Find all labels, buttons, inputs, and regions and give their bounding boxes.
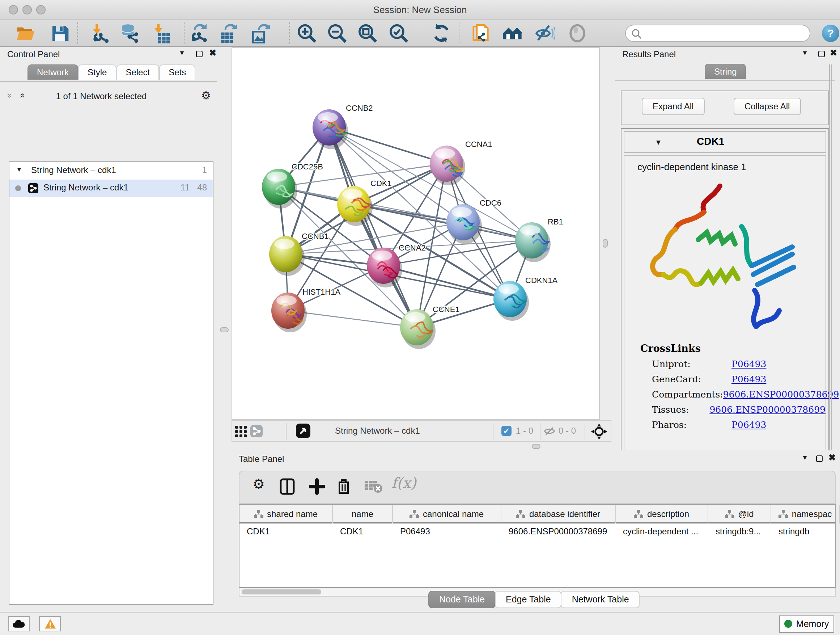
close-panel-icon[interactable]: ✖: [209, 48, 216, 58]
crosslinks-title: CrossLinks: [640, 342, 701, 354]
toolbar-search-box[interactable]: [625, 25, 810, 42]
column-header[interactable]: shared name: [240, 505, 333, 524]
table-cell[interactable]: stringdb: [771, 524, 840, 541]
table-row[interactable]: CDK1CDK1P064939606.ENSP00000378699cyclin…: [240, 524, 835, 541]
zoom-out-icon[interactable]: [327, 23, 347, 43]
close-panel-icon[interactable]: ✖: [830, 48, 837, 58]
network-node-CDC6[interactable]: CDC6: [447, 198, 501, 244]
memory-button[interactable]: Memory: [779, 616, 834, 633]
network-node-CDK1[interactable]: CDK1: [337, 179, 392, 226]
crosslink-link[interactable]: P06493: [731, 374, 766, 385]
network-canvas[interactable]: CCNB2CCNA1CDC25BCDK1CDC6RB1CCNB1CCNA2CDK…: [232, 47, 600, 420]
network-node-RB1[interactable]: RB1: [515, 217, 563, 262]
table-cell[interactable]: stringdb:9...: [708, 524, 771, 541]
column-header[interactable]: database identifier: [501, 505, 616, 524]
column-header[interactable]: canonical name: [393, 505, 501, 524]
tab-select[interactable]: Select: [116, 65, 159, 80]
cdk1-card-header[interactable]: ▼ CDK1: [624, 131, 826, 153]
network-share-view-icon[interactable]: [250, 425, 263, 437]
help-icon[interactable]: ?: [822, 25, 839, 42]
gear-icon[interactable]: ⚙: [201, 89, 211, 102]
network-row[interactable]: String Network – cdk1 11 48: [9, 180, 213, 197]
share-document-icon[interactable]: [472, 23, 492, 43]
tab-sets[interactable]: Sets: [159, 65, 195, 80]
tab-style[interactable]: Style: [78, 65, 116, 80]
selected-checkbox-icon[interactable]: ✓: [501, 426, 512, 436]
network-node-HIST1H1A[interactable]: HIST1H1A: [271, 287, 340, 333]
cloud-status-button[interactable]: [8, 616, 30, 631]
network-node-CDC25B[interactable]: CDC25B: [262, 162, 323, 209]
refresh-icon[interactable]: [431, 23, 452, 43]
crosslink-link[interactable]: 9606.ENSP00000378699: [723, 389, 839, 400]
collapse-section-icon[interactable]: ▼: [655, 138, 662, 146]
column-header[interactable]: name: [333, 505, 393, 524]
tab-edge-table[interactable]: Edge Table: [495, 591, 562, 608]
hscroll-thumb[interactable]: [242, 589, 321, 594]
open-session-icon[interactable]: [15, 23, 35, 43]
close-panel-icon[interactable]: ✖: [829, 453, 836, 463]
crosslink-link[interactable]: P06493: [731, 358, 766, 369]
save-session-icon[interactable]: [50, 23, 70, 43]
collapse-panel-icon[interactable]: ▼: [802, 49, 808, 57]
export-table-icon[interactable]: [218, 23, 238, 43]
column-header[interactable]: namespac: [771, 505, 840, 524]
import-network-icon[interactable]: [90, 23, 110, 43]
table-cell[interactable]: CDK1: [240, 524, 333, 541]
show-all-icon[interactable]: [567, 23, 587, 43]
horizontal-splitter-handle[interactable]: [532, 444, 540, 449]
export-network-icon[interactable]: [189, 23, 209, 43]
network-edge[interactable]: [288, 310, 417, 327]
ribbon-segment: [742, 226, 752, 266]
network-collection-row[interactable]: ▼ String Network – cdk1 1: [9, 162, 213, 180]
import-database-icon[interactable]: [119, 23, 140, 43]
table-cell[interactable]: CDK1: [333, 524, 393, 541]
add-column-icon[interactable]: [309, 478, 325, 498]
export-image-icon[interactable]: [249, 23, 270, 43]
right-splitter-handle[interactable]: [603, 239, 608, 248]
float-panel-icon[interactable]: [816, 455, 823, 462]
crosshair-icon[interactable]: [591, 423, 608, 443]
collapse-all-button[interactable]: Collapse All: [734, 98, 801, 115]
crosslink-link[interactable]: 9606.ENSP00000378699: [709, 404, 826, 415]
column-header[interactable]: @id: [708, 505, 771, 524]
table-cell[interactable]: cyclin-dependent ...: [616, 524, 708, 541]
network-type-icon: [28, 183, 38, 193]
zoom-fit-icon[interactable]: [357, 23, 378, 43]
float-panel-icon[interactable]: [196, 51, 202, 57]
home-pages-icon[interactable]: [502, 23, 523, 43]
table-cell[interactable]: P06493: [393, 524, 501, 541]
tab-string[interactable]: String: [705, 64, 746, 79]
table-cell[interactable]: 9606.ENSP00000378699: [501, 524, 616, 541]
table-gear-icon[interactable]: ⚙: [253, 476, 265, 492]
network-node-CCNB2[interactable]: CCNB2: [313, 103, 373, 149]
column-header[interactable]: description: [616, 505, 708, 524]
network-node-CCNE1[interactable]: CCNE1: [400, 305, 460, 349]
network-node-CCNB1[interactable]: CCNB1: [269, 232, 329, 276]
network-node-CCNA1[interactable]: CCNA1: [430, 140, 493, 185]
float-panel-icon[interactable]: [818, 51, 825, 57]
crosslink-link[interactable]: P06493: [731, 419, 766, 430]
network-node-CDKN1A[interactable]: CDKN1A: [493, 276, 558, 321]
tab-network-table[interactable]: Network Table: [561, 591, 640, 608]
zoom-in-icon[interactable]: [297, 23, 317, 43]
select-columns-icon[interactable]: [279, 478, 295, 498]
tab-network[interactable]: Network: [27, 65, 78, 80]
expand-all-button[interactable]: Expand All: [642, 98, 704, 115]
search-input[interactable]: [645, 27, 804, 40]
hidden-eye-icon: [543, 426, 556, 440]
network-edge[interactable]: [329, 127, 417, 327]
birdseye-view-icon[interactable]: [296, 424, 310, 438]
tree-expander-icon[interactable]: ▼: [16, 166, 22, 173]
collapse-panel-icon[interactable]: ▼: [179, 49, 185, 57]
tab-node-table[interactable]: Node Table: [428, 591, 496, 608]
delete-table-icon[interactable]: [364, 478, 383, 497]
zoom-selected-icon[interactable]: [388, 23, 409, 43]
grid-view-icon[interactable]: [235, 426, 247, 440]
import-table-icon[interactable]: [151, 23, 172, 43]
warning-status-button[interactable]: [39, 616, 61, 631]
left-splitter-handle[interactable]: [220, 327, 229, 333]
delete-column-icon[interactable]: [336, 478, 351, 498]
collapse-panel-icon[interactable]: ▼: [802, 454, 808, 461]
hide-selected-icon[interactable]: [535, 23, 555, 43]
function-builder-icon[interactable]: f(x): [392, 474, 416, 492]
